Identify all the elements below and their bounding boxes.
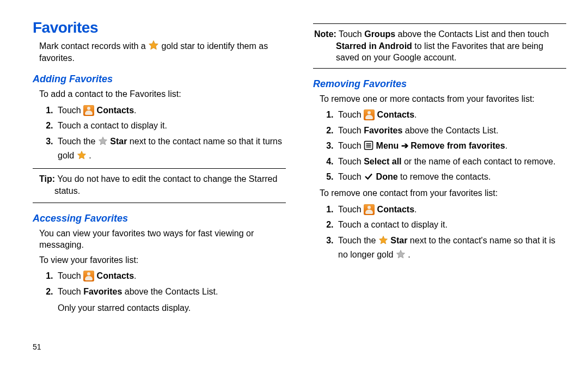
text: You do not have to edit the contact to c… [54, 174, 277, 195]
list-item: Touch a contact to display it. [336, 218, 566, 232]
text-bold: Contacts [97, 106, 134, 115]
text: . [134, 106, 136, 115]
text-bold: Contacts [377, 110, 414, 119]
text: above the Contacts List and then touch [395, 29, 549, 39]
text: Touch the [338, 236, 378, 245]
contacts-icon [83, 105, 94, 116]
text: Touch [338, 205, 364, 214]
list-item: Touch Contacts. [336, 203, 566, 217]
star-grey-icon [396, 249, 406, 259]
list-item: Touch a contact to display it. [56, 119, 286, 133]
text: . [414, 205, 416, 214]
text-bold: Remove from favorites [411, 141, 505, 150]
page-title: Favorites [33, 19, 286, 36]
arrow-icon: ➔ [399, 141, 411, 150]
list-item: Touch Contacts. [56, 269, 286, 283]
text: Touch the [58, 137, 98, 146]
list-item: Touch Contacts. [56, 103, 286, 118]
text: to remove the contacts. [398, 172, 491, 181]
text: Touch [336, 29, 364, 39]
text: . [414, 110, 416, 119]
list-item: Touch the Star next to the contact name … [56, 134, 286, 163]
text: . [408, 250, 410, 259]
star-grey-icon [98, 136, 108, 146]
accessing-sub: To view your favorites list: [33, 254, 286, 266]
text: . [505, 141, 507, 150]
text: . [89, 151, 91, 160]
text: Mark contact records with a [39, 41, 148, 51]
text-bold: Star [390, 236, 407, 245]
text-bold: Favorites [83, 287, 122, 296]
text: Touch [58, 106, 83, 115]
text-bold: Select all [364, 157, 401, 166]
text-bold: Star [110, 137, 127, 146]
list-item: Touch Contacts. [336, 108, 566, 122]
check-icon [364, 171, 373, 181]
text-bold: Menu [376, 141, 399, 150]
text: or the name of each contact to remove. [402, 157, 556, 166]
note-box: Note: Touch Groups above the Contacts Li… [313, 23, 566, 69]
text: Only your starred contacts display. [58, 301, 286, 315]
removing-lead2: To remove one contact from your favorite… [313, 187, 566, 199]
text: . [134, 271, 136, 280]
page-number: 51 [33, 342, 286, 351]
text: Touch [58, 271, 83, 280]
text-bold: Favorites [364, 126, 402, 135]
text-bold: Done [376, 172, 398, 181]
text: Touch [338, 157, 364, 166]
contacts-icon [83, 271, 94, 281]
text-bold: Note: [314, 29, 336, 39]
star-gold-icon [148, 40, 159, 51]
accessing-lead: You can view your favorites two ways for… [33, 228, 286, 251]
list-item: Touch Favorites above the Contacts List. [336, 124, 566, 138]
text: Touch [58, 287, 83, 296]
text: above the Contacts List. [402, 126, 498, 135]
list-item: Touch Select all or the name of each con… [336, 155, 566, 169]
star-gold-icon [378, 235, 388, 245]
text-bold: Tip: [39, 174, 55, 183]
list-item: Touch Menu ➔ Remove from favorites. [336, 139, 566, 153]
intro-text: Mark contact records with a gold star to… [33, 40, 286, 64]
heading-accessing: Accessing Favorites [33, 213, 286, 224]
text: Touch [338, 172, 364, 181]
divider [33, 203, 286, 203]
menu-icon [364, 140, 373, 150]
star-gold-icon [77, 150, 87, 160]
text-bold: Groups [364, 29, 395, 39]
text: Touch [338, 141, 364, 150]
text-bold: Contacts [377, 205, 414, 214]
text: Touch [338, 110, 364, 119]
adding-lead: To add a contact to the Favorites list: [33, 88, 286, 100]
list-item: Touch Favorites above the Contacts List.… [56, 285, 286, 316]
removing-lead: To remove one or more contacts from your… [313, 93, 566, 105]
list-item: Touch Done to remove the contacts. [336, 170, 566, 184]
contacts-icon [364, 109, 375, 120]
text: Touch [338, 126, 364, 135]
text-bold: Contacts [97, 271, 134, 280]
text-bold: Starred in Android [336, 41, 412, 51]
divider [33, 168, 286, 169]
heading-adding: Adding Favorites [33, 74, 286, 85]
list-item: Touch the Star next to the contact's nam… [336, 234, 566, 262]
tip-text: Tip: You do not have to edit the contact… [33, 173, 286, 197]
text: above the Contacts List. [122, 287, 218, 296]
heading-removing: Removing Favorites [313, 78, 566, 90]
contacts-icon [364, 204, 375, 215]
